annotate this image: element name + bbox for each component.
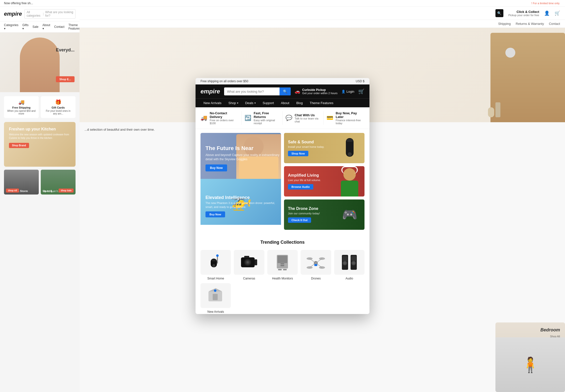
hero-main-buy-btn[interactable]: Buy Now xyxy=(205,164,227,171)
trending-health-monitors[interactable]: Health Monitors xyxy=(267,250,298,280)
login-link[interactable]: 👤 Login xyxy=(341,90,354,93)
announcement-text: Free shipping on all orders over $50 xyxy=(201,79,248,83)
bg-right-nav: Shipping Returns & Warranty Contact xyxy=(80,20,565,28)
svg-rect-16 xyxy=(278,256,287,263)
chat-icon: 💬 xyxy=(285,115,292,121)
search-button[interactable]: 🔍 xyxy=(280,87,291,95)
svg-point-5 xyxy=(212,264,215,267)
bg-right-bedroom: Bedroom Shop All 🧍 xyxy=(495,322,565,392)
trending-drones-img xyxy=(301,250,331,275)
search-input[interactable] xyxy=(224,88,280,95)
trending-grid: Smart Home Cameras xyxy=(201,250,364,314)
curbside-icon: 🚗 xyxy=(295,89,300,94)
feature-no-contact: 🚚 No-Contact Delivery Free on orders ove… xyxy=(201,111,242,125)
bg-left-hero-text: Everyd... xyxy=(56,47,75,53)
bg-left-gift-cards: 🎁 Gift Cards For your loved ones in any … xyxy=(41,96,76,118)
hero-main-text: The Future Is Near Above and beyond! Cap… xyxy=(205,145,281,171)
hero-right-panels: Safe & Sound Install your smart home tod… xyxy=(284,133,364,230)
feature-free-returns: ↩️ Fast, Free Returns Easy with original… xyxy=(242,111,282,125)
svg-point-12 xyxy=(247,262,248,263)
bg-left-store: Now offering free sh... empire All categ… xyxy=(0,0,80,392)
svg-rect-17 xyxy=(281,264,284,264)
trending-cameras-label: Cameras xyxy=(234,277,264,280)
feature-bar: 🚚 No-Contact Delivery Free on orders ove… xyxy=(196,107,369,129)
trending-cameras[interactable]: Cameras xyxy=(234,250,264,280)
header-search-bar: 🔍 xyxy=(224,87,291,95)
svg-rect-18 xyxy=(281,265,284,266)
bg-left-search-placeholder: What are you looking for? xyxy=(45,10,73,17)
svg-point-7 xyxy=(216,254,219,257)
feature-buy-now-pay-later: 💳 Buy Now, Pay Later Finance interest-fr… xyxy=(323,111,364,125)
bg-right-hero-vase2 xyxy=(488,107,494,117)
no-contact-icon: 🚚 xyxy=(201,115,207,121)
nav-support[interactable]: Support xyxy=(260,99,277,107)
trending-smart-home[interactable]: Smart Home xyxy=(201,250,231,280)
nav-theme-features[interactable]: Theme Features xyxy=(307,99,336,107)
bg-right-topbar: ! For a limited time only. xyxy=(80,0,565,7)
trending-new-arrivals[interactable]: New Arrivals xyxy=(201,283,231,314)
header: empire 🔍 🚗 Curbside Pickup Get your orde… xyxy=(196,84,369,98)
cart-icon[interactable]: 🛒 xyxy=(358,88,364,94)
bg-left-search: All categories | What are you looking fo… xyxy=(24,9,76,19)
nav-about[interactable]: About xyxy=(278,99,292,107)
trending-cameras-img xyxy=(234,250,264,275)
hero-bottom-buy-btn[interactable]: Buy Now xyxy=(205,211,225,217)
header-logo: empire xyxy=(201,88,220,95)
hero-panel-3-btn[interactable]: Check It Out xyxy=(288,217,311,223)
hero-main: The Future Is Near Above and beyond! Cap… xyxy=(201,133,281,230)
hero-panel-audio: Amplified Living Live your life at full … xyxy=(284,166,364,196)
bg-left-upto-btn: Shop Sale xyxy=(59,189,74,193)
header-actions: 🚗 Curbside Pickup Get your order within … xyxy=(295,88,364,95)
bg-right-bedroom-person: 🧍 xyxy=(495,337,565,392)
bg-left-hero-btn: Shop E... xyxy=(56,76,75,82)
bg-right-user-icon: 👤 xyxy=(544,10,550,16)
bg-right-hero-vase1 xyxy=(495,102,500,117)
svg-rect-19 xyxy=(278,269,282,270)
trending-audio-img xyxy=(334,250,364,275)
feature-chat: 💬 Chat With Us Talk to our team via chat xyxy=(282,111,323,125)
curbside-text: Curbside Pickup Get your order within 2 … xyxy=(302,88,337,95)
bg-right-search-icon: 🔍 xyxy=(495,9,503,17)
svg-rect-1 xyxy=(347,139,353,142)
svg-rect-36 xyxy=(351,256,356,261)
nav-new-arrivals[interactable]: New Arrivals xyxy=(201,99,224,107)
trending-new-arrivals-img xyxy=(201,283,231,308)
hero-panel-2-img xyxy=(335,166,364,196)
trending-health-monitors-label: Health Monitors xyxy=(267,277,298,280)
bg-left-nav: Categories ▾ Gifts ▾ Sale About ▾ Contac… xyxy=(0,21,80,33)
svg-rect-30 xyxy=(314,264,317,266)
nav-deals[interactable]: Deals ▾ xyxy=(242,99,259,107)
svg-rect-20 xyxy=(283,269,287,270)
trending-audio[interactable]: Audio xyxy=(334,250,364,280)
bg-left-cook-storm: Cook up a Storm Shop All xyxy=(4,170,39,195)
svg-point-26 xyxy=(307,257,313,260)
svg-point-29 xyxy=(319,266,325,269)
bg-right-click-collect: Click & Collect Pickup your order for fr… xyxy=(508,10,539,17)
hero-panel-2-btn[interactable]: Browse Audio xyxy=(288,184,313,190)
trending-audio-label: Audio xyxy=(334,277,364,280)
hero-panel-1-btn[interactable]: Shop Now xyxy=(288,151,308,156)
svg-point-42 xyxy=(214,289,216,292)
nav-blog[interactable]: Blog xyxy=(293,99,306,107)
svg-rect-14 xyxy=(244,256,249,258)
bg-left-features: 🚚 Free Shipping When you spend $50 and m… xyxy=(0,92,80,122)
nav-shop[interactable]: Shop ▾ xyxy=(225,99,241,107)
nav-deals-arrow: ▾ xyxy=(254,102,256,104)
hero-bottom-text: Elevated Intelligence The new Phantom 3 … xyxy=(205,195,281,217)
bg-left-logo: empire xyxy=(4,11,22,17)
svg-point-27 xyxy=(319,257,325,260)
hero-panel-3-img: 🎮 xyxy=(335,199,364,230)
main-store-modal: Free shipping on all orders over $50 USD… xyxy=(196,78,369,314)
currency-selector[interactable]: USD $ xyxy=(356,79,364,83)
bg-left-upto: Up to 5... Save big on h... Shop Sale xyxy=(41,170,76,195)
trending-drones[interactable]: Drones xyxy=(301,250,331,280)
svg-point-34 xyxy=(344,262,346,264)
hero-main-top-panel: The Future Is Near Above and beyond! Cap… xyxy=(201,133,281,179)
main-nav: New Arrivals Shop ▾ Deals ▾ Support Abou… xyxy=(196,98,369,107)
svg-rect-6 xyxy=(217,256,218,264)
trending-smart-home-label: Smart Home xyxy=(201,277,231,280)
announcement-bar: Free shipping on all orders over $50 USD… xyxy=(196,78,369,84)
trending-smart-home-img xyxy=(201,250,231,275)
hero-panel-drone-zone: The Drone Zone Join our community today!… xyxy=(284,199,364,230)
trending-drones-label: Drones xyxy=(301,277,331,280)
